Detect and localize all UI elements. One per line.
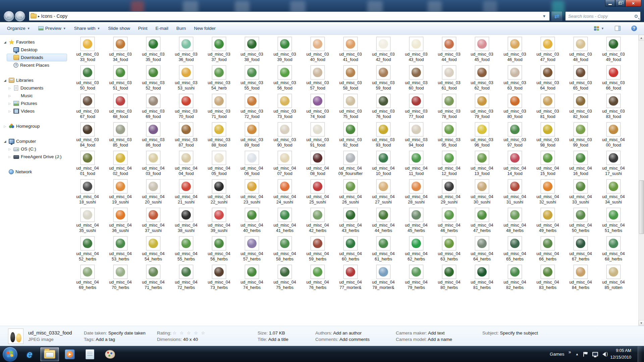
- file-item[interactable]: ud_misc_0465_herbs: [499, 236, 531, 262]
- file-item[interactable]: ud_misc_0476_herbs: [302, 265, 334, 290]
- file-item[interactable]: ud_misc_0340_food: [302, 37, 334, 62]
- file-item[interactable]: ud_misc_0345_food: [466, 37, 498, 62]
- file-item[interactable]: ud_misc_0392_food: [334, 122, 367, 148]
- file-item[interactable]: ud_misc_0400_food: [597, 122, 630, 148]
- file-item[interactable]: ud_misc_0378_food: [433, 94, 465, 119]
- refresh-button[interactable]: ⇄: [551, 11, 562, 21]
- file-item[interactable]: ud_misc_0350_food: [71, 65, 104, 91]
- file-item[interactable]: ud_misc_0385_food: [104, 122, 137, 148]
- file-item[interactable]: ud_misc_0455_herbs: [170, 236, 202, 262]
- file-item[interactable]: ud_misc_0418_sushi: [71, 179, 104, 205]
- file-item[interactable]: ud_misc_0379_food: [466, 94, 498, 119]
- file-item[interactable]: ud_misc_0393_food: [367, 122, 399, 148]
- address-bar[interactable]: ▸ Icons - Copy ▼: [29, 11, 550, 21]
- file-item[interactable]: ud_misc_0441_herbs: [269, 208, 301, 233]
- taskbar-clock[interactable]: 9:05 AM 12/15/2010: [610, 348, 633, 361]
- file-item[interactable]: ud_misc_0386_food: [137, 122, 169, 148]
- file-item[interactable]: ud_misc_0431_sushi: [499, 179, 531, 205]
- file-item[interactable]: ud_misc_0459_herbs: [302, 236, 334, 262]
- details-field-value[interactable]: 1.07 KB: [269, 330, 285, 336]
- minimize-button[interactable]: [605, 0, 615, 7]
- scroll-down-icon[interactable]: ▼: [639, 320, 644, 326]
- file-item[interactable]: ud_misc_0462_herbs: [400, 236, 432, 262]
- file-item[interactable]: ud_misc_0427_sushi: [367, 179, 399, 205]
- file-item[interactable]: ud_misc_0463_herbs: [433, 236, 465, 262]
- taskbar-media-player-button[interactable]: ▶: [60, 347, 79, 362]
- toolbar-item-slide-show[interactable]: Slide show: [105, 24, 133, 33]
- file-item[interactable]: ud_misc_0361_food: [433, 65, 465, 91]
- file-item[interactable]: ud_misc_0363_food: [499, 65, 531, 91]
- file-item[interactable]: ud_misc_0428_sushi: [400, 179, 432, 205]
- restore-button[interactable]: [615, 0, 625, 7]
- file-item[interactable]: ud_misc_0468_herbs: [597, 236, 630, 262]
- file-item[interactable]: ud_misc_0417_sushi: [597, 151, 630, 176]
- expander-icon[interactable]: ▷: [8, 86, 12, 90]
- sidebar-item-documents[interactable]: ▷Documents: [7, 84, 67, 92]
- file-item[interactable]: ud_misc_0439_sushi: [203, 208, 235, 233]
- file-item[interactable]: ud_misc_0414_food: [499, 151, 531, 176]
- taskbar-internet-explorer-button[interactable]: e: [20, 347, 39, 362]
- file-item[interactable]: ud_misc_0394_food: [400, 122, 432, 148]
- file-item[interactable]: ud_misc_0435_sushi: [71, 208, 104, 233]
- file-item[interactable]: ud_misc_0467_herbs: [565, 236, 597, 262]
- file-item[interactable]: ud_misc_0384_food: [71, 122, 104, 148]
- file-item[interactable]: ud_misc_0436_sushi: [104, 208, 137, 233]
- toolbar-item-print[interactable]: Print: [135, 24, 151, 33]
- expander-icon[interactable]: ▷: [8, 147, 12, 151]
- file-item[interactable]: ud_misc_0448_herbs: [499, 208, 531, 233]
- file-item[interactable]: ud_misc_0337_food: [203, 37, 235, 62]
- file-item[interactable]: ud_misc_0346_food: [499, 37, 531, 62]
- file-item[interactable]: ud_misc_0351_food: [104, 65, 137, 91]
- preview-pane-button[interactable]: [612, 24, 624, 33]
- file-item[interactable]: ud_misc_0377_food: [400, 94, 432, 119]
- file-item[interactable]: ud_misc_0415_food: [532, 151, 564, 176]
- file-item[interactable]: ud_misc_0426_sushi: [334, 179, 367, 205]
- file-item[interactable]: ud_misc_0477_morter&: [334, 265, 367, 290]
- file-item[interactable]: ud_misc_0359_food: [367, 65, 399, 91]
- file-item[interactable]: ud_misc_0396_food: [466, 122, 498, 148]
- sidebar-item-freeagent-drive-j-[interactable]: ▷FreeAgent Drive (J:): [7, 153, 67, 161]
- file-item[interactable]: ud_misc_0429_sushi: [433, 179, 465, 205]
- file-item[interactable]: ud_misc_0412_food: [433, 151, 465, 176]
- file-item[interactable]: ud_misc_0367_food: [71, 94, 104, 119]
- file-item[interactable]: ud_misc_0471_herbs: [137, 265, 169, 290]
- breadcrumb[interactable]: Icons - Copy: [41, 13, 539, 19]
- details-field-value[interactable]: Add a name: [428, 337, 452, 342]
- sidebar-section-network[interactable]: Network: [2, 168, 67, 176]
- file-item[interactable]: ud_misc_0456_herbs: [203, 236, 235, 262]
- toolbar-item-burn[interactable]: Burn: [173, 24, 189, 33]
- file-item[interactable]: ud_misc_0366_food: [597, 65, 630, 91]
- file-item[interactable]: ud_misc_0334_food: [104, 37, 137, 62]
- file-item[interactable]: ud_misc_0372_food: [236, 94, 268, 119]
- expander-icon[interactable]: ▷: [8, 155, 12, 159]
- file-item[interactable]: ud_misc_0449_herbs: [532, 208, 564, 233]
- title-bar[interactable]: ×: [0, 0, 644, 10]
- file-item[interactable]: ud_misc_0341_food: [334, 37, 367, 62]
- file-item[interactable]: ud_misc_0444_herbs: [367, 208, 399, 233]
- show-desktop-button[interactable]: [638, 346, 642, 362]
- address-dropdown-icon[interactable]: ▼: [540, 14, 548, 18]
- file-item[interactable]: ud_misc_0482_herbs: [499, 265, 531, 290]
- expander-icon[interactable]: ▷: [8, 94, 12, 98]
- file-item[interactable]: ud_misc_0380_food: [499, 94, 531, 119]
- file-item[interactable]: ud_misc_0381_food: [532, 94, 564, 119]
- games-toolbar[interactable]: Games»: [550, 352, 571, 357]
- file-item[interactable]: ud_misc_0425_sushi: [302, 179, 334, 205]
- file-item[interactable]: ud_misc_0454_herbs: [137, 236, 169, 262]
- file-item[interactable]: ud_misc_0360_food: [400, 65, 432, 91]
- file-item[interactable]: ud_misc_0420_sushi: [137, 179, 169, 205]
- file-item[interactable]: ud_misc_0433_sushi: [565, 179, 597, 205]
- file-item[interactable]: ud_misc_0391_food: [302, 122, 334, 148]
- file-item[interactable]: ud_misc_0395_food: [433, 122, 465, 148]
- file-item[interactable]: ud_misc_0424_sushi: [269, 179, 301, 205]
- volume-icon[interactable]: [602, 352, 606, 357]
- details-field-value[interactable]: Specify the subject: [500, 330, 538, 336]
- file-item[interactable]: ud_misc_0474_herbs: [236, 265, 268, 290]
- file-item[interactable]: ud_misc_0434_sushi: [597, 179, 630, 205]
- file-item[interactable]: ud_misc_0409_floursifter: [334, 151, 367, 176]
- file-item[interactable]: ud_misc_0369_food: [137, 94, 169, 119]
- file-item[interactable]: ud_misc_0481_herbs: [466, 265, 498, 290]
- file-item[interactable]: ud_misc_0447_herbs: [466, 208, 498, 233]
- file-item[interactable]: ud_misc_0411_food: [400, 151, 432, 176]
- file-item[interactable]: ud_misc_0342_food: [367, 37, 399, 62]
